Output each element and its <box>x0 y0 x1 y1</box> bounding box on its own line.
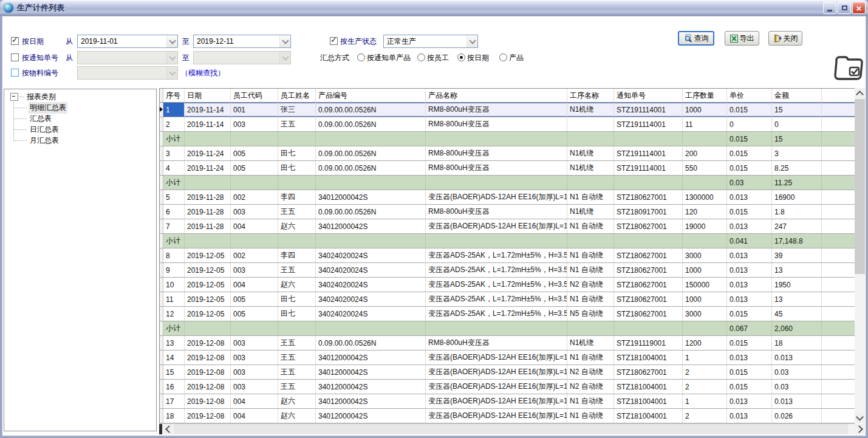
cell-amount: 0.026 <box>772 409 822 423</box>
cell-date <box>185 176 231 190</box>
table-row[interactable]: 172019-12-08004赵六34012000042S变压器(BAOER)A… <box>160 394 855 409</box>
table-row[interactable]: 122019-12-05005田七34024020024S变压器ADS-25AK… <box>160 307 855 321</box>
scroll-right-button[interactable] <box>855 424 865 434</box>
scroll-left-button[interactable] <box>163 424 173 434</box>
cell-process: N2 自动绕 <box>567 278 614 292</box>
radio-by-date[interactable] <box>457 53 465 61</box>
close-window-button[interactable]: × <box>852 2 866 14</box>
column-header[interactable]: 序号 <box>163 89 185 102</box>
table-row[interactable]: 52019-11-28002李四34012000042S变压器(BAOER)AD… <box>160 190 855 205</box>
table-row[interactable]: 102019-12-05004赵六34024020024S变压器ADS-25AK… <box>160 278 855 292</box>
column-header[interactable]: 工序数量 <box>683 89 727 102</box>
tree-item[interactable]: 明细汇总表 <box>29 102 156 113</box>
row-indicator <box>160 161 163 175</box>
table-row[interactable]: 162019-12-08003王五34012000042S变压器(BAOER)A… <box>160 380 855 394</box>
scrollbar-grip[interactable] <box>159 424 162 434</box>
minimize-button[interactable] <box>823 2 836 14</box>
by-status-checkbox[interactable] <box>330 37 338 45</box>
vertical-scrollbar[interactable] <box>855 88 865 423</box>
table-row[interactable]: 22019-11-14003王五0.09.00.00.0526NRM8-800u… <box>160 117 855 132</box>
scroll-up-button[interactable] <box>855 88 865 98</box>
tree-item[interactable]: 汇总表 <box>29 113 156 124</box>
column-header[interactable]: 日期 <box>185 89 231 102</box>
cell-qty: 2 <box>683 380 727 394</box>
cell-emp_name: 王五 <box>278 365 316 379</box>
export-button[interactable]: 导出 <box>725 31 759 46</box>
cell-seq: 2 <box>163 117 185 131</box>
table-row[interactable]: 112019-12-05005田七34024020024S变压器ADS-25AK… <box>160 292 855 307</box>
cell-prod_code: 0.09.00.00.0526N <box>316 146 426 160</box>
maximize-button[interactable] <box>838 2 851 14</box>
cell-price: 0 <box>727 117 772 131</box>
table-row[interactable]: 142019-12-08003王五34012000042S变压器(BAOER)A… <box>160 351 855 365</box>
column-header[interactable]: 通知单号 <box>614 89 683 102</box>
cell-emp_name <box>278 234 316 248</box>
table-row[interactable]: 12019-11-14001张三0.09.00.00.0526NRM8-800u… <box>160 103 855 117</box>
cell-emp_name: 王五 <box>278 263 316 277</box>
cell-emp_code: 003 <box>231 205 278 219</box>
table-row[interactable]: 32019-11-24005田七0.09.00.00.0526NRM8-800u… <box>160 146 855 161</box>
cell-seq: 小计 <box>163 234 185 248</box>
radio-by-notice-product-label[interactable]: 按通知单产品 <box>367 51 411 64</box>
chevron-down-icon[interactable] <box>166 35 177 47</box>
cell-prod_code: 34024020024S <box>316 278 426 292</box>
tree-item[interactable]: 日汇总表 <box>29 124 156 135</box>
to-label: 至 <box>182 35 190 48</box>
chevron-down-icon[interactable] <box>466 35 477 47</box>
by-notice-checkbox[interactable] <box>11 53 19 61</box>
cell-seq: 17 <box>163 394 185 408</box>
radio-by-product[interactable] <box>499 53 507 61</box>
close-button[interactable]: 关闭 <box>768 31 802 46</box>
cell-emp_code: 003 <box>231 351 278 364</box>
by-material-label: 按物料编号 <box>22 66 58 80</box>
table-row[interactable]: 82019-12-05002李四34024020024S变压器ADS-25AK，… <box>160 248 855 263</box>
cell-date: 2019-12-08 <box>185 336 231 350</box>
table-row[interactable]: 92019-12-05003王五34024020024S变压器ADS-25AK，… <box>160 263 855 278</box>
exit-door-icon <box>773 34 782 43</box>
date-to-select[interactable]: 2019-12-11 <box>193 35 291 48</box>
cell-date: 2019-12-05 <box>185 307 231 321</box>
table-row[interactable]: 132019-12-08003王五0.09.00.00.0526NRM8-800… <box>160 336 855 351</box>
radio-by-employee[interactable] <box>417 53 425 61</box>
date-from-value: 2019-11-01 <box>78 37 166 46</box>
date-from-select[interactable]: 2019-11-01 <box>77 35 178 48</box>
tree-root[interactable]: 报表类别 <box>10 91 156 102</box>
notice-from-select <box>77 51 178 64</box>
table-row[interactable]: 182019-12-08004赵六34012000042S变压器(BAOER)A… <box>160 409 855 423</box>
table-row[interactable]: 152019-12-08003王五34012000042S变压器(BAOER)A… <box>160 365 855 380</box>
cell-prod_name: 变压器(BAOER)ADS-12AH EE16(加厚)L=1.25 自动 <box>426 351 567 364</box>
horizontal-scroll-thumb[interactable] <box>174 424 848 434</box>
tree-item[interactable]: 月汇总表 <box>29 135 156 146</box>
by-material-checkbox[interactable] <box>11 69 19 77</box>
cell-extra <box>822 307 855 321</box>
column-header[interactable]: 员工代码 <box>231 89 278 102</box>
status-select[interactable]: 正常生产 <box>383 35 478 48</box>
radio-by-date-label[interactable]: 按日期 <box>467 51 489 64</box>
column-header[interactable]: 产品名称 <box>426 89 567 102</box>
table-row[interactable]: 72019-11-28004赵六34012000042S变压器(BAOER)AD… <box>160 219 855 234</box>
scroll-down-button[interactable] <box>855 413 865 423</box>
vertical-scroll-thumb[interactable] <box>855 99 865 274</box>
column-header[interactable]: 工序名称 <box>567 89 614 102</box>
horizontal-scrollbar[interactable] <box>159 423 855 434</box>
column-header[interactable] <box>822 89 855 102</box>
by-date-label: 按日期 <box>22 35 44 48</box>
column-header[interactable]: 单价 <box>727 89 772 102</box>
cell-process: N1机绕 <box>567 161 614 175</box>
radio-by-product-label[interactable]: 产品 <box>509 51 524 64</box>
tree-collapse-icon[interactable] <box>10 93 18 101</box>
folder-check-icon[interactable] <box>832 53 865 84</box>
chevron-down-icon[interactable] <box>279 35 290 47</box>
radio-by-employee-label[interactable]: 按员工 <box>427 51 449 64</box>
column-header[interactable]: 产品编号 <box>316 89 426 102</box>
row-indicator <box>160 409 163 423</box>
table-row[interactable]: 42019-11-24005田七0.09.00.00.0526NRM8-800u… <box>160 161 855 176</box>
table-row[interactable]: 62019-11-28003王五0.09.00.00.0526NRM8-800u… <box>160 205 855 219</box>
column-header[interactable]: 金额 <box>772 89 822 102</box>
by-date-checkbox[interactable] <box>11 37 19 45</box>
search-button[interactable]: 查询 <box>678 31 714 46</box>
radio-by-notice-product[interactable] <box>357 53 365 61</box>
cell-seq: 15 <box>163 365 185 379</box>
column-header[interactable]: 员工姓名 <box>278 89 316 102</box>
cell-process <box>567 117 614 131</box>
